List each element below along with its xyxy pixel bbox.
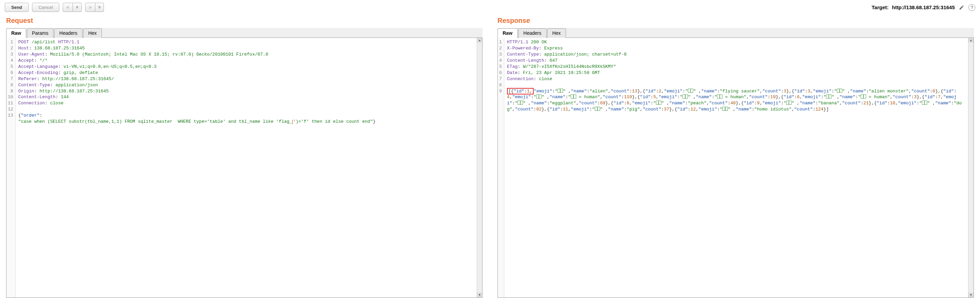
cancel-button[interactable]: Cancel <box>32 3 60 12</box>
splitter[interactable] <box>488 15 492 298</box>
columns: Request Raw Params Headers Hex 123456789… <box>0 15 980 298</box>
scroll-up-icon[interactable]: ▲ <box>969 38 974 43</box>
response-title: Response <box>498 15 974 28</box>
tab-params[interactable]: Params <box>27 28 54 38</box>
history-back-menu[interactable]: ▼ <box>73 3 82 12</box>
target-label: Target: <box>872 5 889 10</box>
request-tabbar: Raw Params Headers Hex <box>6 28 482 38</box>
response-code[interactable]: HTTP/1.1 200 OK X-Powered-By: Express Co… <box>504 38 968 297</box>
send-button[interactable]: Send <box>5 3 29 12</box>
request-panel: Request Raw Params Headers Hex 123456789… <box>0 15 488 298</box>
target-box: Target: http://138.68.187.25:31645 ? <box>872 4 975 11</box>
history-forward-group: > ▼ <box>85 3 104 12</box>
scroll-down-icon[interactable]: ▼ <box>477 293 482 297</box>
tab-raw[interactable]: Raw <box>6 28 26 38</box>
response-editor[interactable]: 123456789 HTTP/1.1 200 OK X-Powered-By: … <box>498 38 974 298</box>
tab-raw[interactable]: Raw <box>498 28 518 38</box>
history-back-button[interactable]: < <box>63 3 73 12</box>
tab-hex[interactable]: Hex <box>547 28 566 38</box>
history-forward-button[interactable]: > <box>85 3 95 12</box>
tab-headers[interactable]: Headers <box>518 28 547 38</box>
history-back-group: < ▼ <box>63 3 81 12</box>
request-code[interactable]: POST /api/list HTTP/1.1 Host: 138.68.187… <box>16 38 477 297</box>
request-gutter: 12345678910111213 <box>6 38 16 297</box>
target-url: http://138.68.187.25:31645 <box>892 5 955 10</box>
pencil-icon[interactable] <box>958 4 965 11</box>
toolbar: Send Cancel < ▼ > ▼ Target: http://138.6… <box>0 0 980 15</box>
request-editor[interactable]: 12345678910111213 POST /api/list HTTP/1.… <box>6 38 482 298</box>
scroll-up-icon[interactable]: ▲ <box>477 38 482 43</box>
request-scrollbar[interactable]: ▲ ▼ <box>477 38 482 297</box>
scroll-down-icon[interactable]: ▼ <box>969 293 974 297</box>
request-title: Request <box>6 15 482 28</box>
tab-headers[interactable]: Headers <box>54 28 83 38</box>
history-forward-menu[interactable]: ▼ <box>95 3 104 12</box>
response-scrollbar[interactable]: ▲ ▼ <box>968 38 974 297</box>
response-gutter: 123456789 <box>498 38 504 297</box>
response-tabbar: Raw Headers Hex <box>498 28 974 38</box>
help-icon[interactable]: ? <box>969 4 975 11</box>
response-panel: Response Raw Headers Hex 123456789 HTTP/… <box>492 15 980 298</box>
tab-hex[interactable]: Hex <box>83 28 102 38</box>
